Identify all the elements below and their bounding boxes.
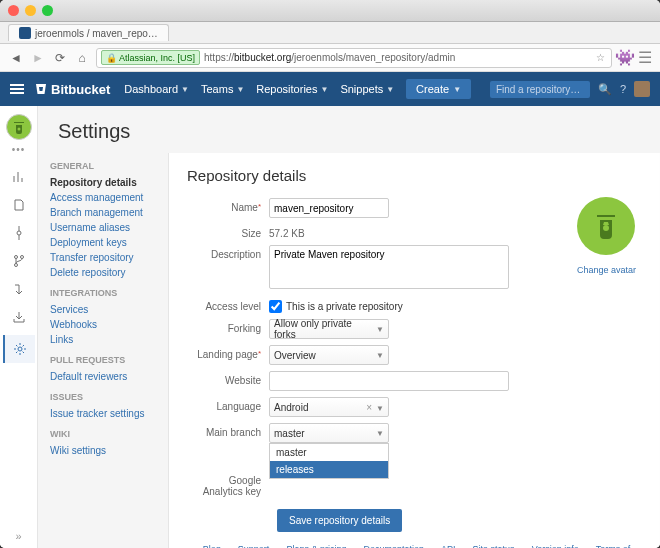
sidebar-item-transfer-repository[interactable]: Transfer repository bbox=[50, 250, 156, 265]
footer-plans[interactable]: Plans & pricing bbox=[286, 544, 346, 548]
address-bar[interactable]: 🔒 Atlassian, Inc. [US] https:// bitbucke… bbox=[96, 48, 612, 68]
create-button[interactable]: Create▼ bbox=[406, 79, 471, 99]
sidebar-item-default-reviewers[interactable]: Default reviewers bbox=[50, 369, 156, 384]
label-website: Website bbox=[187, 371, 269, 386]
sidebar-item-webhooks[interactable]: Webhooks bbox=[50, 317, 156, 332]
browser-toolbar: ◄ ► ⟳ ⌂ 🔒 Atlassian, Inc. [US] https:// … bbox=[0, 44, 660, 72]
nav-snippets[interactable]: Snippets▼ bbox=[340, 83, 394, 95]
label-language: Language bbox=[187, 397, 269, 412]
svg-point-4 bbox=[14, 264, 17, 267]
browser-tab[interactable]: jeroenmols / maven_repo… bbox=[8, 24, 169, 41]
page-footer: Blog Support Plans & pricing Documentati… bbox=[187, 532, 642, 548]
branches-icon[interactable] bbox=[3, 247, 35, 275]
footer-version[interactable]: Version info bbox=[532, 544, 579, 548]
sidehdr-issues: ISSUES bbox=[50, 392, 156, 402]
bitbucket-icon bbox=[34, 82, 48, 96]
landing-select[interactable]: Overview▼ bbox=[269, 345, 389, 365]
change-avatar-link[interactable]: Change avatar bbox=[577, 265, 636, 275]
repo-avatar-large bbox=[577, 197, 635, 255]
sidebar-item-issue-tracker-settings[interactable]: Issue tracker settings bbox=[50, 406, 156, 421]
description-input[interactable] bbox=[269, 245, 509, 289]
footer-status[interactable]: Site status bbox=[473, 544, 515, 548]
settings-sidebar: GENERAL Repository details Access manage… bbox=[38, 153, 168, 548]
nav-dashboard[interactable]: Dashboard▼ bbox=[124, 83, 189, 95]
sidebar-item-access-management[interactable]: Access management bbox=[50, 190, 156, 205]
source-icon[interactable] bbox=[3, 191, 35, 219]
pullrequests-icon[interactable] bbox=[3, 275, 35, 303]
label-landing: Landing page bbox=[197, 349, 258, 360]
minimize-window-icon[interactable] bbox=[25, 5, 36, 16]
sidebar-item-username-aliases[interactable]: Username aliases bbox=[50, 220, 156, 235]
nav-teams[interactable]: Teams▼ bbox=[201, 83, 244, 95]
sidebar-item-branch-management[interactable]: Branch management bbox=[50, 205, 156, 220]
mainbranch-select[interactable]: master▼ bbox=[269, 423, 389, 443]
page-title: Settings bbox=[58, 120, 640, 143]
debug-icon[interactable]: 👾 bbox=[618, 51, 632, 65]
left-rail: ••• » bbox=[0, 106, 38, 548]
sidebar-item-repository-details[interactable]: Repository details bbox=[50, 175, 156, 190]
label-size: Size bbox=[187, 224, 269, 239]
svg-point-1 bbox=[17, 231, 21, 235]
search-icon[interactable]: 🔍 bbox=[598, 83, 612, 96]
brand-logo[interactable]: Bitbucket bbox=[34, 82, 110, 97]
footer-api[interactable]: API bbox=[441, 544, 456, 548]
settings-icon[interactable] bbox=[3, 335, 35, 363]
sidebar-item-deployment-keys[interactable]: Deployment keys bbox=[50, 235, 156, 250]
footer-support[interactable]: Support bbox=[238, 544, 270, 548]
help-icon[interactable]: ? bbox=[620, 83, 626, 95]
browser-tabbar: jeroenmols / maven_repo… bbox=[0, 22, 660, 44]
dropdown-option-releases[interactable]: releases bbox=[270, 461, 388, 478]
private-checkbox-label: This is a private repository bbox=[286, 301, 403, 312]
lock-icon: 🔒 bbox=[106, 53, 117, 63]
expand-rail-icon[interactable]: » bbox=[9, 524, 27, 548]
footer-docs[interactable]: Documentation bbox=[363, 544, 424, 548]
sidehdr-pullrequests: PULL REQUESTS bbox=[50, 355, 156, 365]
hamburger-icon[interactable] bbox=[10, 84, 24, 94]
sidebar-item-wiki-settings[interactable]: Wiki settings bbox=[50, 443, 156, 458]
rail-more-icon[interactable]: ••• bbox=[12, 144, 26, 155]
zoom-window-icon[interactable] bbox=[42, 5, 53, 16]
nav-repositories[interactable]: Repositories▼ bbox=[256, 83, 328, 95]
url-host: bitbucket.org bbox=[234, 52, 291, 63]
settings-pane: Repository details Change avatar Name* S… bbox=[168, 153, 660, 548]
sidebar-item-delete-repository[interactable]: Delete repository bbox=[50, 265, 156, 280]
dropdown-option-master[interactable]: master bbox=[270, 444, 388, 461]
downloads-icon[interactable] bbox=[3, 303, 35, 331]
mainbranch-dropdown: master releases bbox=[269, 443, 389, 479]
website-input[interactable] bbox=[269, 371, 509, 391]
private-checkbox[interactable] bbox=[269, 300, 282, 313]
forward-button[interactable]: ► bbox=[30, 50, 46, 66]
macos-titlebar bbox=[0, 0, 660, 22]
repo-avatar-icon[interactable] bbox=[6, 114, 32, 140]
sidebar-item-services[interactable]: Services bbox=[50, 302, 156, 317]
label-description: Description bbox=[187, 245, 269, 260]
tab-title: jeroenmols / maven_repo… bbox=[35, 28, 158, 39]
footer-blog[interactable]: Blog bbox=[203, 544, 221, 548]
sidebar-item-links[interactable]: Links bbox=[50, 332, 156, 347]
label-forking: Forking bbox=[187, 319, 269, 334]
menu-icon[interactable]: ☰ bbox=[638, 51, 652, 65]
reload-button[interactable]: ⟳ bbox=[52, 50, 68, 66]
commits-icon[interactable] bbox=[3, 219, 35, 247]
back-button[interactable]: ◄ bbox=[8, 50, 24, 66]
ssl-badge: 🔒 Atlassian, Inc. [US] bbox=[101, 50, 200, 65]
user-avatar[interactable] bbox=[634, 81, 650, 97]
name-input[interactable] bbox=[269, 198, 389, 218]
svg-point-5 bbox=[18, 347, 22, 351]
favicon-icon bbox=[19, 27, 31, 39]
language-select[interactable]: Android×▼ bbox=[269, 397, 389, 417]
label-name: Name bbox=[231, 202, 258, 213]
url-path: /jeroenmols/maven_repository/admin bbox=[291, 52, 455, 63]
search-input[interactable] bbox=[490, 81, 590, 98]
form-heading: Repository details bbox=[187, 167, 642, 184]
bookmark-star-icon[interactable]: ☆ bbox=[593, 51, 607, 65]
save-button[interactable]: Save repository details bbox=[277, 509, 402, 532]
overview-icon[interactable] bbox=[3, 163, 35, 191]
label-mainbranch: Main branch bbox=[187, 423, 269, 438]
label-ga: Google Analytics key bbox=[187, 471, 269, 497]
url-scheme: https:// bbox=[204, 52, 234, 63]
home-button[interactable]: ⌂ bbox=[74, 50, 90, 66]
clear-icon: × bbox=[366, 402, 372, 413]
close-window-icon[interactable] bbox=[8, 5, 19, 16]
forking-select[interactable]: Allow only private forks▼ bbox=[269, 319, 389, 339]
